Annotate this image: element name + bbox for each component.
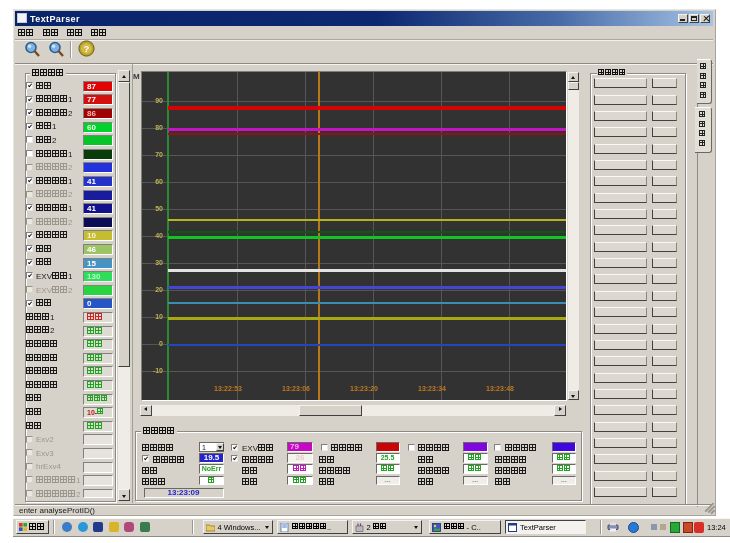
svg-text:?: ? xyxy=(84,44,90,54)
